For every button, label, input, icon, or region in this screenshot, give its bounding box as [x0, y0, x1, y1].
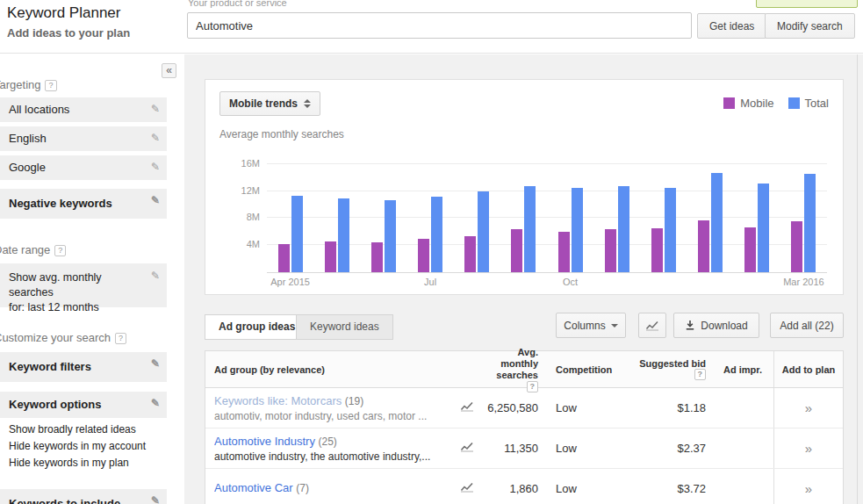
sidebar-item-all-locations[interactable]: All locations — [0, 97, 167, 122]
tab-keyword-ideas[interactable]: Keyword ideas — [296, 314, 393, 340]
bar-total — [572, 188, 583, 272]
edit-pencil-icon[interactable] — [151, 397, 160, 409]
table-row: Automotive Industry (25) automotive indu… — [205, 428, 843, 469]
ad-group-keywords: automotiv, motor industry, used cars, mo… — [214, 410, 445, 422]
bar-total — [618, 186, 629, 272]
option-show-broadly: Show broadly related ideas — [9, 421, 184, 438]
get-ideas-button[interactable]: Get ideas — [697, 13, 766, 39]
table-row: Automotive Car (7) 1,860 Low $3.72 — [205, 469, 843, 504]
cutoff-top-button[interactable] — [756, 0, 858, 8]
avg-monthly-searches-value: 6,250,580 — [480, 401, 543, 414]
bar-mobile — [791, 221, 802, 272]
bar-mobile — [605, 229, 616, 272]
customize-section-label: Customize your search — [0, 331, 184, 344]
trend-chart-icon[interactable] — [458, 440, 476, 457]
edit-pencil-icon[interactable] — [151, 194, 160, 206]
product-service-input[interactable] — [187, 12, 692, 39]
y-axis-label: 8M — [223, 212, 260, 222]
network-label: Google — [9, 161, 46, 174]
download-icon — [685, 320, 695, 330]
keyword-options-label: Keyword options — [9, 398, 101, 411]
updown-arrows-icon — [304, 99, 311, 108]
ad-group-keywords: automotive industry, the automotive indu… — [214, 450, 445, 463]
add-all-button[interactable]: Add all (22) — [770, 313, 844, 338]
sidebar-item-network[interactable]: Google — [0, 155, 167, 180]
collapse-sidebar-button[interactable] — [162, 63, 176, 78]
bar-mobile — [511, 229, 522, 272]
legend-mobile: Mobile — [723, 97, 773, 110]
competition-value: Low — [543, 482, 629, 495]
bar-mobile — [371, 242, 383, 272]
chart-x-labels: Apr 2015JulOctMar 2016 — [267, 277, 827, 291]
keyword-count: (19) — [345, 395, 363, 407]
download-button[interactable]: Download — [673, 313, 759, 338]
bar-total — [804, 174, 816, 272]
add-to-plan-button[interactable] — [805, 481, 812, 496]
edit-pencil-icon[interactable] — [151, 494, 160, 504]
bar-total — [385, 200, 396, 272]
suggested-bid-header-text: Suggested bid — [629, 358, 706, 369]
header: Keyword Planner Add ideas to your plan Y… — [0, 0, 863, 54]
sidebar-item-keyword-filters[interactable]: Keyword filters — [0, 352, 167, 382]
bar-group — [278, 196, 303, 272]
chart-plot: 4M8M12M16M — [267, 157, 827, 273]
help-icon[interactable] — [54, 245, 66, 256]
bar-total — [431, 197, 442, 272]
bar-group — [698, 173, 723, 272]
edit-pencil-icon[interactable] — [151, 161, 160, 173]
add-to-plan-button[interactable] — [805, 400, 812, 415]
mobile-trends-dropdown[interactable]: Mobile trends — [219, 91, 320, 116]
help-icon[interactable] — [694, 369, 707, 380]
sidebar-item-negative-keywords[interactable]: Negative keywords — [0, 189, 167, 219]
sidebar-item-keyword-options[interactable]: Keyword options — [0, 392, 167, 418]
edit-pencil-icon[interactable] — [151, 269, 160, 284]
tab-ad-group-ideas[interactable]: Ad group ideas — [205, 314, 309, 340]
option-hide-account: Hide keywords in my account — [9, 438, 184, 455]
keyword-count: (7) — [296, 482, 309, 494]
competition-value: Low — [543, 442, 629, 455]
sidebar-item-keywords-to-include[interactable]: Keywords to include — [0, 489, 167, 504]
avg-monthly-searches-value: 11,350 — [480, 442, 543, 455]
help-icon[interactable] — [45, 80, 56, 91]
legend-total: Total — [788, 97, 829, 110]
legend-total-label: Total — [805, 97, 829, 110]
bar-group — [605, 186, 629, 272]
edit-pencil-icon[interactable] — [151, 103, 160, 115]
bar-group — [651, 188, 676, 272]
customize-label-text: Customize your search — [0, 331, 111, 344]
add-to-plan-button[interactable] — [805, 441, 812, 456]
bar-total — [524, 186, 536, 272]
columns-dropdown[interactable]: Columns — [556, 313, 626, 338]
avg-monthly-header-text: Avg. monthly searches — [496, 347, 538, 380]
chart-view-button[interactable] — [638, 313, 666, 338]
col-competition: Competition — [543, 364, 629, 375]
download-label: Download — [701, 320, 747, 332]
page-title: Keyword Planner — [7, 4, 120, 22]
edit-pencil-icon[interactable] — [151, 132, 160, 144]
bar-group — [791, 174, 816, 272]
trend-chart-icon[interactable] — [458, 480, 476, 497]
mobile-swatch-icon — [723, 97, 735, 109]
help-icon[interactable] — [527, 381, 539, 392]
avg-monthly-searches-value: 1,860 — [480, 482, 543, 495]
language-label: English — [9, 132, 47, 145]
ad-group-link[interactable]: Automotive Industry — [214, 435, 315, 448]
ad-group-link[interactable]: Keywords like: Motorcars — [214, 394, 342, 407]
help-icon[interactable] — [115, 333, 126, 344]
option-hide-plan: Hide keywords in my plan — [9, 455, 184, 472]
sidebar-item-language[interactable]: English — [0, 126, 167, 151]
modify-search-button[interactable]: Modify search — [765, 13, 855, 39]
ad-group-link[interactable]: Automotive Car — [214, 481, 293, 494]
bar-mobile — [651, 228, 663, 272]
bar-mobile — [698, 220, 709, 272]
table-row: Keywords like: Motorcars (19) automotiv,… — [205, 388, 843, 428]
date-range-label-text: Date range — [0, 243, 50, 256]
sidebar-item-date-range[interactable]: Show avg. monthly searches for: last 12 … — [0, 263, 167, 307]
trend-chart-icon[interactable] — [458, 400, 476, 416]
edit-pencil-icon[interactable] — [151, 357, 160, 370]
col-add-to-plan: Add to plan — [773, 351, 843, 387]
y-axis-label: 12M — [223, 185, 260, 196]
bar-total — [711, 173, 723, 272]
caret-down-icon — [611, 324, 618, 328]
bar-group — [371, 200, 396, 272]
